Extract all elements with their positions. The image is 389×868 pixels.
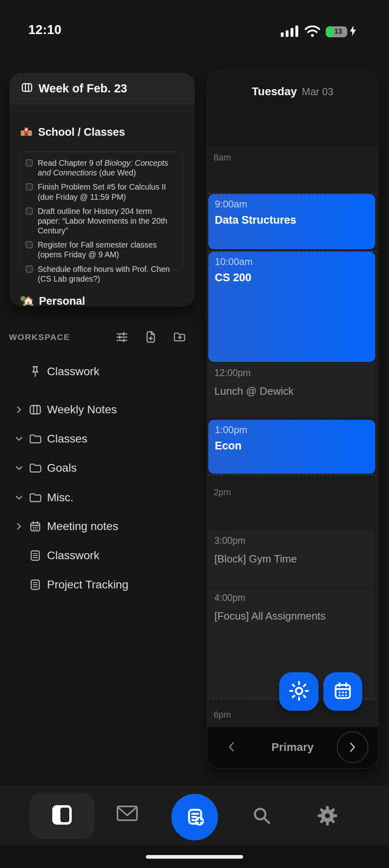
sidebar-item-meeting-notes[interactable]: Meeting notes bbox=[8, 512, 188, 541]
chevron-down-icon[interactable] bbox=[13, 495, 25, 500]
calendar-fab-button[interactable] bbox=[323, 672, 362, 711]
weekly-card-header[interactable]: Week of Feb. 23 bbox=[9, 73, 195, 104]
task-row: Draft outline for History 204 term paper… bbox=[26, 206, 177, 236]
search-icon bbox=[252, 806, 272, 827]
workspace-toolbar bbox=[116, 331, 189, 343]
task-row: Finish Problem Set #5 for Calculus II (d… bbox=[26, 182, 177, 201]
event-title: [Focus] All Assignments bbox=[214, 610, 368, 622]
nav-tab-settings[interactable] bbox=[317, 806, 338, 827]
hour-label-8am: 8am bbox=[214, 152, 231, 163]
sidebar-item-classwork-doc[interactable]: Classwork bbox=[8, 541, 188, 570]
home-indicator[interactable] bbox=[146, 855, 243, 859]
table-icon bbox=[21, 83, 32, 94]
mail-icon bbox=[116, 805, 138, 823]
nav-tab-search[interactable] bbox=[252, 806, 272, 827]
new-file-icon[interactable] bbox=[145, 331, 157, 343]
sidebar-item-label: Goals bbox=[47, 462, 77, 475]
signal-icon bbox=[280, 24, 299, 39]
event-title: Data Structures bbox=[215, 214, 369, 227]
school-emoji bbox=[20, 125, 32, 140]
section-label-school: School / Classes bbox=[38, 126, 125, 139]
sidebar-item-label: Classwork bbox=[47, 365, 99, 378]
folder-icon bbox=[28, 434, 42, 444]
task-checkbox[interactable] bbox=[26, 265, 33, 273]
event-time: 12:00pm bbox=[214, 368, 368, 378]
task-label: Read Chapter 9 of Biology: Concepts and … bbox=[38, 158, 171, 177]
day-name: Tuesday bbox=[252, 85, 297, 98]
sidebar-item-weekly-notes[interactable]: Weekly Notes bbox=[8, 395, 188, 424]
new-note-button[interactable] bbox=[171, 794, 218, 840]
charging-bolt-icon bbox=[349, 25, 357, 38]
chevron-down-icon[interactable] bbox=[13, 436, 25, 442]
event-time: 4:00pm bbox=[214, 592, 368, 603]
event-time: 9:00am bbox=[215, 199, 369, 210]
event-data-structures[interactable]: 9:00am Data Structures bbox=[208, 194, 375, 249]
folder-icon bbox=[28, 463, 42, 473]
section-heading-personal: Personal bbox=[20, 294, 85, 306]
task-label: Finish Problem Set #5 for Calculus II (d… bbox=[38, 182, 171, 201]
event-econ[interactable]: 1:00pm Econ bbox=[208, 420, 375, 474]
sun-icon bbox=[289, 680, 310, 703]
sidebar-item-classwork-pinned[interactable]: Classwork bbox=[8, 357, 188, 386]
nav-tab-mail[interactable] bbox=[116, 805, 138, 823]
day-calendar-card[interactable]: Tuesday Mar 03 8am 2pm 6pm 12:00pm Lunch… bbox=[207, 70, 378, 769]
event-title: CS 200 bbox=[215, 272, 369, 284]
house-garden-emoji bbox=[20, 294, 33, 306]
folder-icon bbox=[28, 492, 42, 503]
task-label: Schedule office hours with Prof. Chen (C… bbox=[38, 264, 171, 284]
sidebar-item-classes[interactable]: Classes bbox=[8, 424, 188, 453]
sidebar-item-goals[interactable]: Goals bbox=[8, 453, 188, 483]
weekly-note-card[interactable]: Week of Feb. 23 School / Classes Read Ch… bbox=[9, 73, 195, 306]
calendar-icon bbox=[28, 521, 42, 532]
status-icons: 13 bbox=[280, 24, 370, 39]
event-lunch[interactable]: 12:00pm Lunch @ Dewick bbox=[208, 363, 374, 417]
hour-dashed-line bbox=[208, 475, 377, 475]
sidebar-item-label: Classes bbox=[47, 432, 88, 445]
calendar-icon bbox=[333, 681, 353, 702]
sidebar-item-label: Project Tracking bbox=[47, 578, 128, 591]
wifi-icon bbox=[304, 24, 321, 39]
sidebar-item-project-tracking[interactable]: Project Tracking bbox=[8, 570, 188, 599]
brightness-fab-button[interactable] bbox=[279, 672, 318, 711]
day-date: Mar 03 bbox=[302, 86, 333, 98]
sidebar-item-label: Misc. bbox=[47, 491, 73, 504]
event-time: 1:00pm bbox=[215, 424, 369, 436]
event-gym-time[interactable]: 3:00pm [Block] Gym Time bbox=[208, 530, 374, 586]
document-icon bbox=[28, 550, 42, 561]
event-title: Lunch @ Dewick bbox=[214, 385, 368, 398]
hour-label-2pm: 2pm bbox=[214, 487, 231, 498]
new-note-icon bbox=[183, 805, 207, 830]
event-title: [Block] Gym Time bbox=[214, 553, 368, 565]
event-title: Econ bbox=[215, 440, 369, 452]
task-list: Read Chapter 9 of Biology: Concepts and … bbox=[19, 152, 183, 270]
chevron-right-icon[interactable] bbox=[13, 405, 25, 414]
sidebar-item-label: Classwork bbox=[47, 549, 99, 562]
chevron-down-icon[interactable] bbox=[13, 465, 25, 471]
status-time: 12:10 bbox=[28, 23, 62, 37]
sidebar-item-label: Weekly Notes bbox=[47, 403, 117, 416]
nav-tab-notes-active[interactable] bbox=[30, 793, 94, 839]
task-row: Register for Fall semester classes (open… bbox=[26, 240, 177, 259]
next-calendar-button[interactable] bbox=[337, 731, 368, 763]
bottom-nav-bar bbox=[0, 786, 389, 845]
new-folder-icon[interactable] bbox=[173, 331, 186, 343]
task-label: Draft outline for History 204 term paper… bbox=[38, 206, 171, 236]
task-checkbox[interactable] bbox=[26, 241, 33, 248]
task-row: Schedule office hours with Prof. Chen (C… bbox=[26, 264, 177, 284]
task-row: Read Chapter 9 of Biology: Concepts and … bbox=[26, 158, 177, 177]
sliders-icon[interactable] bbox=[116, 331, 128, 343]
task-checkbox[interactable] bbox=[26, 159, 33, 167]
chevron-right-icon[interactable] bbox=[13, 522, 25, 531]
table-icon bbox=[28, 404, 42, 415]
task-checkbox[interactable] bbox=[26, 183, 33, 190]
battery-percent: 13 bbox=[331, 28, 342, 36]
weekly-card-title: Week of Feb. 23 bbox=[38, 82, 127, 95]
event-cs-200[interactable]: 10:00am CS 200 bbox=[208, 252, 375, 362]
phone-screen: 12:10 13 Week of Feb. 23 bbox=[0, 0, 389, 868]
section-label-personal: Personal bbox=[39, 295, 85, 306]
task-checkbox[interactable] bbox=[26, 207, 33, 215]
task-label: Register for Fall semester classes (open… bbox=[38, 240, 171, 259]
gear-icon bbox=[317, 806, 338, 827]
workspace-label: WORKSPACE bbox=[9, 332, 70, 342]
sidebar-item-misc[interactable]: Misc. bbox=[8, 483, 188, 512]
